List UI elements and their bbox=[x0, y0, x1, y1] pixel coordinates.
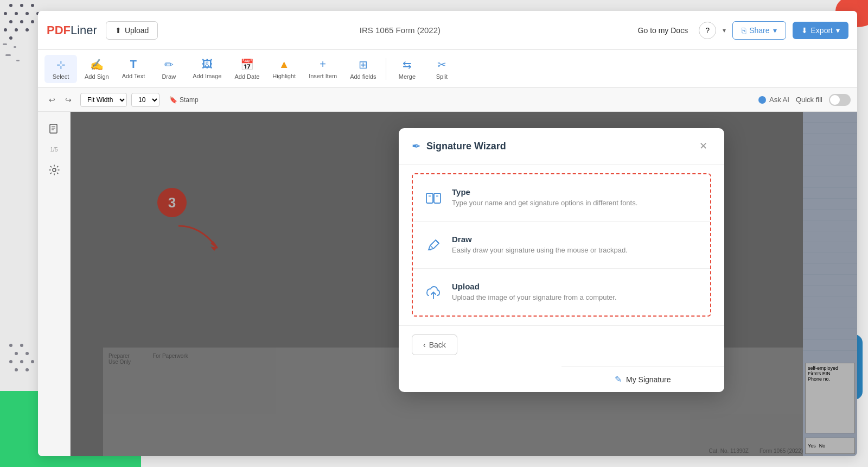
tool-add-fields[interactable]: ⊞ Add fields bbox=[344, 55, 381, 83]
redo-button[interactable]: ↪ bbox=[61, 92, 76, 108]
tool-insert-item[interactable]: + Insert Item bbox=[303, 55, 342, 83]
add-fields-icon: ⊞ bbox=[359, 58, 368, 71]
export-icon: ⬇ bbox=[801, 26, 808, 35]
share-label: Share bbox=[749, 26, 769, 35]
quick-fill-toggle[interactable] bbox=[829, 94, 851, 106]
toolbar: ⊹ Select ✍ Add Sign T Add Text ✏ Draw 🖼 … bbox=[38, 50, 857, 88]
merge-icon: ⇆ bbox=[403, 58, 412, 71]
option-upload[interactable]: Upload Upload the image of your signatur… bbox=[413, 269, 710, 315]
tool-draw[interactable]: ✏ Draw bbox=[152, 55, 185, 83]
tool-merge-label: Merge bbox=[399, 73, 416, 80]
type-option-title: Type bbox=[452, 187, 637, 197]
tool-merge[interactable]: ⇆ Merge bbox=[391, 55, 423, 83]
upload-button[interactable]: ⬆ Upload bbox=[106, 21, 158, 40]
upload-icon: ⬆ bbox=[115, 26, 122, 35]
goto-docs-button[interactable]: Go to my Docs bbox=[634, 24, 693, 37]
stamp-button[interactable]: 🔖 Stamp bbox=[164, 94, 204, 106]
tool-add-image[interactable]: 🖼 Add Image bbox=[187, 55, 227, 83]
svg-point-32 bbox=[20, 360, 23, 363]
type-option-desc: Type your name and get signature options… bbox=[452, 199, 637, 207]
header: PDFLiner ⬆ Upload IRS 1065 Form (2022) G… bbox=[38, 11, 857, 50]
undo-button[interactable]: ↩ bbox=[44, 92, 60, 108]
help-button[interactable]: ? bbox=[699, 22, 716, 39]
upload-option-desc: Upload the image of your signature from … bbox=[452, 293, 617, 301]
svg-point-7 bbox=[9, 20, 12, 23]
options-area: Type Type your name and get signature op… bbox=[412, 173, 711, 317]
logo-liner: Liner bbox=[71, 23, 97, 37]
back-label: Back bbox=[429, 340, 446, 349]
option-type[interactable]: Type Type your name and get signature op… bbox=[413, 174, 710, 222]
split-icon: ✂ bbox=[437, 58, 446, 71]
tool-split[interactable]: ✂ Split bbox=[425, 55, 458, 83]
stamp-icon: 🔖 bbox=[169, 96, 177, 104]
svg-point-27 bbox=[9, 344, 12, 347]
option-draw[interactable]: Draw Easily draw your signature using th… bbox=[413, 222, 710, 269]
my-signature-icon: ✎ bbox=[615, 374, 622, 384]
tool-add-sign[interactable]: ✍ Add Sign bbox=[79, 55, 114, 83]
signature-wizard-modal: ✒ Signature Wizard ✕ bbox=[399, 128, 724, 392]
add-text-icon: T bbox=[130, 58, 137, 71]
draw-icon: ✏ bbox=[164, 58, 174, 71]
add-date-icon: 📅 bbox=[240, 58, 254, 71]
svg-point-34 bbox=[15, 368, 18, 371]
select-icon: ⊹ bbox=[56, 58, 66, 71]
svg-point-5 bbox=[25, 12, 29, 15]
undo-redo-group: ↩ ↪ bbox=[44, 92, 76, 108]
zoom-select[interactable]: 10 50 75 100 bbox=[131, 93, 159, 107]
sidebar-pages-icon[interactable] bbox=[43, 118, 65, 140]
tool-add-fields-label: Add fields bbox=[350, 73, 376, 80]
tool-add-date[interactable]: 📅 Add Date bbox=[229, 55, 265, 83]
tool-add-date-label: Add Date bbox=[234, 73, 259, 80]
export-dropdown-icon: ▾ bbox=[836, 26, 840, 35]
page-indicator: 1/5 bbox=[50, 147, 58, 153]
draw-option-desc: Easily draw your signature using the mou… bbox=[452, 246, 628, 254]
tool-add-text[interactable]: T Add Text bbox=[117, 55, 151, 83]
svg-point-40 bbox=[53, 168, 56, 172]
svg-rect-36 bbox=[50, 124, 57, 133]
insert-item-icon: + bbox=[320, 58, 326, 71]
sidebar-settings-icon[interactable] bbox=[43, 159, 65, 181]
tool-select[interactable]: ⊹ Select bbox=[44, 55, 77, 83]
svg-point-12 bbox=[25, 28, 29, 31]
svg-point-10 bbox=[4, 28, 7, 31]
type-option-content: Type Type your name and get signature op… bbox=[452, 187, 637, 207]
tool-select-label: Select bbox=[53, 73, 69, 80]
draw-option-content: Draw Easily draw your signature using th… bbox=[452, 235, 628, 254]
ai-indicator bbox=[758, 96, 766, 104]
export-button[interactable]: ⬇ Export ▾ bbox=[793, 22, 848, 39]
quick-fill-label: Quick fill bbox=[796, 96, 822, 104]
doc-title: IRS 1065 Form (2022) bbox=[167, 26, 633, 35]
svg-point-1 bbox=[20, 4, 23, 7]
back-chevron-icon: ‹ bbox=[423, 340, 426, 349]
my-signature-label: My Signature bbox=[626, 375, 671, 384]
svg-line-46 bbox=[430, 245, 433, 249]
toolbar2: ↩ ↪ Fit Width Fit Page 50% 75% 100% 10 5… bbox=[38, 88, 857, 112]
header-dropdown-arrow[interactable]: ▾ bbox=[723, 27, 726, 34]
share-icon: ⎘ bbox=[742, 26, 746, 35]
logo-pdf: PDF bbox=[47, 23, 71, 37]
upload-option-title: Upload bbox=[452, 282, 617, 291]
svg-rect-14 bbox=[3, 43, 7, 45]
export-label: Export bbox=[811, 26, 833, 35]
main-content: 1/5 3 bbox=[38, 112, 857, 456]
share-button[interactable]: ⎘ Share ▾ bbox=[732, 21, 786, 40]
tool-add-image-label: Add Image bbox=[193, 73, 221, 79]
svg-point-0 bbox=[9, 4, 12, 7]
my-signature-button[interactable]: ✎ My Signature bbox=[561, 367, 724, 392]
tool-add-text-label: Add Text bbox=[122, 73, 145, 79]
svg-point-31 bbox=[9, 360, 12, 363]
upload-label: Upload bbox=[125, 26, 149, 35]
add-image-icon: 🖼 bbox=[202, 58, 213, 71]
svg-point-35 bbox=[25, 368, 29, 371]
svg-rect-17 bbox=[16, 60, 20, 61]
back-button[interactable]: ‹ Back bbox=[412, 335, 457, 355]
tool-highlight[interactable]: ▲ Highlight bbox=[267, 55, 301, 83]
modal-close-button[interactable]: ✕ bbox=[695, 138, 711, 154]
modal-title-icon: ✒ bbox=[412, 140, 421, 153]
type-option-icon bbox=[424, 188, 443, 208]
pdf-area: 3 ✒ Signature Wizard ✕ bbox=[71, 112, 857, 456]
ask-ai-label: Ask AI bbox=[769, 96, 789, 104]
svg-point-33 bbox=[31, 360, 34, 363]
fit-width-select[interactable]: Fit Width Fit Page 50% 75% 100% bbox=[80, 93, 127, 107]
tool-insert-item-label: Insert Item bbox=[309, 73, 337, 79]
